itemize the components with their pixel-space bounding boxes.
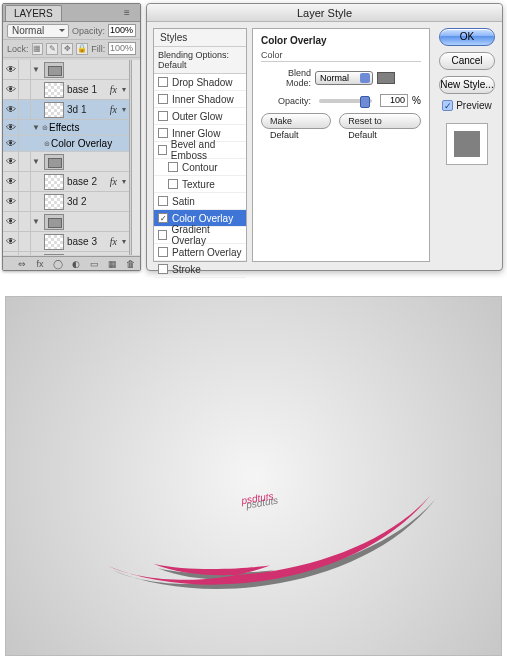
new-style-button[interactable]: New Style... (439, 76, 495, 94)
fill-value[interactable]: 100% (108, 42, 136, 55)
layer-style-dialog: Layer Style Styles Blending Options: Def… (146, 3, 503, 271)
style-label: Inner Shadow (172, 94, 234, 105)
disclosure-icon[interactable]: ▼ (31, 217, 41, 226)
ok-button[interactable]: OK (439, 28, 495, 46)
style-checkbox[interactable] (158, 230, 167, 240)
opacity-slider[interactable] (319, 99, 372, 103)
scrollbar[interactable] (131, 60, 140, 255)
style-checkbox[interactable] (158, 111, 168, 121)
swash-shadow (110, 499, 445, 609)
visibility-icon[interactable]: 👁 (3, 80, 19, 99)
style-checkbox[interactable] (158, 196, 168, 206)
make-default-button[interactable]: Make Default (261, 113, 331, 129)
layer-thumb (44, 234, 64, 250)
settings-title: Color Overlay (261, 35, 421, 46)
style-item[interactable]: Bevel and Emboss (154, 142, 246, 159)
layer-row[interactable]: 👁 3d 2 (3, 192, 129, 212)
panel-menu-icon[interactable]: ≡ (124, 7, 136, 17)
style-checkbox[interactable] (168, 162, 178, 172)
opacity-value[interactable]: 100% (108, 24, 136, 37)
style-checkbox[interactable] (168, 179, 178, 189)
layer-row[interactable]: 👁 3d 1 fx▾ (3, 100, 129, 120)
visibility-icon[interactable]: 👁 (3, 152, 19, 171)
layer-name: base 3 (67, 236, 110, 247)
style-label: Outer Glow (172, 111, 223, 122)
styles-header[interactable]: Styles (154, 29, 246, 47)
color-group-label: Color (261, 50, 421, 62)
style-checkbox[interactable] (158, 264, 168, 274)
preview-checkbox[interactable]: ✓ (442, 100, 453, 111)
new-layer-icon[interactable]: ▦ (106, 259, 118, 269)
style-label: Stroke (172, 264, 201, 275)
swash (105, 495, 440, 605)
style-checkbox[interactable] (158, 145, 167, 155)
style-item[interactable]: Gradient Overlay (154, 227, 246, 244)
link-layers-icon[interactable]: ⇔ (16, 259, 28, 269)
layers-panel: LAYERS ≡ Normal Opacity: 100% Lock: ▦ ✎ … (2, 3, 141, 271)
layer-name: base 2 (67, 176, 110, 187)
layer-group[interactable]: 👁 ▼ (3, 212, 129, 232)
blend-mode-combo[interactable]: Normal (315, 71, 373, 85)
disclosure-icon[interactable]: ▼ (31, 123, 41, 132)
blend-mode-dropdown[interactable]: Normal (7, 24, 69, 38)
style-item[interactable]: Outer Glow (154, 108, 246, 125)
effect-name: Color Overlay (51, 138, 112, 149)
style-item[interactable]: Texture (154, 176, 246, 193)
adjustment-icon[interactable]: ◐ (70, 259, 82, 269)
effect-item[interactable]: 👁 ⊜ Color Overlay (3, 136, 129, 152)
visibility-icon[interactable]: 👁 (3, 136, 19, 152)
disclosure-icon[interactable]: ▼ (31, 157, 41, 166)
layer-row[interactable]: 👁 base 1 fx▾ (3, 80, 129, 100)
color-swatch[interactable] (377, 72, 395, 84)
layer-group[interactable]: 👁 ▼ (3, 60, 129, 80)
lock-pixels-icon[interactable]: ✎ (46, 43, 58, 55)
lock-all-icon[interactable]: 🔒 (76, 43, 88, 55)
style-item[interactable]: Pattern Overlay (154, 244, 246, 261)
style-item[interactable]: Contour (154, 159, 246, 176)
mask-icon[interactable]: ◯ (52, 259, 64, 269)
opacity-label: Opacity: (261, 96, 311, 106)
reset-default-button[interactable]: Reset to Default (339, 113, 421, 129)
visibility-icon[interactable]: 👁 (3, 212, 19, 231)
opacity-unit: % (412, 95, 421, 106)
style-checkbox[interactable] (158, 247, 168, 257)
style-checkbox[interactable] (158, 128, 168, 138)
layer-row[interactable]: 👁 base 3 fx▾ (3, 232, 129, 252)
lock-transparency-icon[interactable]: ▦ (32, 43, 44, 55)
visibility-icon[interactable]: 👁 (3, 172, 19, 191)
fx-badge[interactable]: fx (110, 104, 117, 115)
visibility-icon[interactable]: 👁 (3, 60, 19, 79)
visibility-icon[interactable]: 👁 (3, 100, 19, 119)
layer-name: base 1 (67, 84, 110, 95)
visibility-icon[interactable]: 👁 (3, 252, 19, 255)
visibility-icon[interactable]: 👁 (3, 232, 19, 251)
layer-thumb (44, 174, 64, 190)
effects-row[interactable]: 👁 ▼ ⊜ Effects (3, 120, 129, 136)
style-item[interactable]: Stroke (154, 261, 246, 278)
layer-group[interactable]: 👁 ▼ (3, 152, 129, 172)
style-item[interactable]: Drop Shadow (154, 74, 246, 91)
new-group-icon[interactable]: ▭ (88, 259, 100, 269)
fx-badge[interactable]: fx (110, 84, 117, 95)
lock-position-icon[interactable]: ✥ (61, 43, 73, 55)
visibility-icon[interactable]: 👁 (3, 192, 19, 211)
style-checkbox[interactable] (158, 77, 168, 87)
style-checkbox[interactable]: ✓ (158, 213, 168, 223)
fx-badge[interactable]: fx (110, 236, 117, 247)
visibility-icon[interactable]: 👁 (3, 120, 19, 136)
fx-icon[interactable]: fx (34, 259, 46, 269)
opacity-input[interactable]: 100 (380, 94, 408, 107)
trash-icon[interactable]: 🗑 (124, 259, 136, 269)
style-item[interactable]: Inner Shadow (154, 91, 246, 108)
style-label: Drop Shadow (172, 77, 233, 88)
style-checkbox[interactable] (158, 94, 168, 104)
layer-row[interactable]: 👁 3d 3 (3, 252, 129, 255)
disclosure-icon[interactable]: ▼ (31, 65, 41, 74)
cancel-button[interactable]: Cancel (439, 52, 495, 70)
layer-row[interactable]: 👁 base 2 fx▾ (3, 172, 129, 192)
layers-tab[interactable]: LAYERS (5, 5, 62, 21)
fx-badge[interactable]: fx (110, 176, 117, 187)
blend-mode-label: Blend Mode: (261, 68, 311, 88)
blending-options-header[interactable]: Blending Options: Default (154, 47, 246, 74)
style-item[interactable]: Satin (154, 193, 246, 210)
